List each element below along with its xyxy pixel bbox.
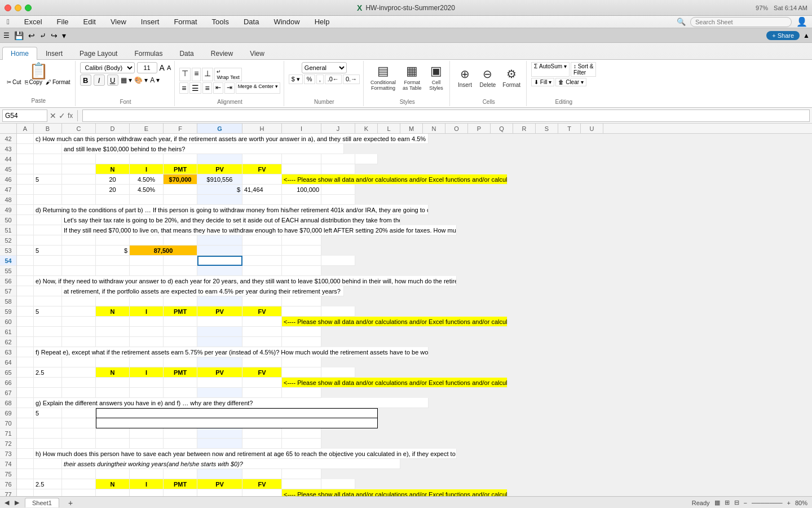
col-header-T[interactable]: T — [558, 124, 581, 133]
cell-B58[interactable] — [34, 296, 62, 306]
redo-btn[interactable]: ↪ — [50, 30, 59, 41]
col-header-O[interactable]: O — [445, 124, 468, 133]
cell-G58[interactable] — [197, 296, 242, 306]
cell-A72[interactable] — [17, 439, 34, 449]
cell-C45[interactable] — [62, 164, 96, 174]
cell-H77[interactable] — [242, 489, 282, 496]
cell-G71[interactable] — [197, 428, 242, 439]
col-header-F[interactable]: F — [164, 124, 197, 133]
cell-A56[interactable] — [17, 276, 34, 286]
menu-view[interactable]: View — [108, 16, 129, 27]
copy-btn[interactable]: ⎘ Copy — [25, 79, 42, 85]
cell-D72[interactable] — [96, 439, 130, 449]
cell-H72[interactable] — [242, 439, 282, 449]
menu-insert[interactable]: Insert — [139, 16, 162, 27]
cell-B47[interactable] — [34, 185, 62, 195]
cell-E75[interactable] — [130, 469, 164, 479]
menu-format[interactable]: Format — [171, 16, 199, 27]
zoom-slider[interactable]: ─────── — [752, 500, 783, 506]
undo-btn[interactable]: ↩ — [27, 30, 36, 41]
cell-E48[interactable] — [130, 195, 164, 205]
cancel-formula-btn[interactable]: ✕ — [50, 111, 56, 120]
cell-F48[interactable] — [164, 195, 197, 205]
cell-D76[interactable]: N — [96, 479, 130, 489]
cell-B76[interactable]: 2.5 — [34, 479, 62, 489]
cell-A59[interactable] — [17, 306, 34, 317]
search-sheet-input[interactable] — [690, 17, 792, 27]
cell-B73-merged[interactable]: h) How much does this person have to sav… — [34, 449, 457, 459]
font-size-up-btn[interactable]: A — [160, 63, 165, 72]
cell-E77[interactable] — [130, 489, 164, 496]
cell-C74-merged[interactable]: their assets during their working years … — [62, 459, 400, 469]
col-header-L[interactable]: L — [378, 124, 400, 133]
cell-E53-merged[interactable]: 87,500 — [130, 246, 197, 256]
cell-A49[interactable] — [17, 205, 34, 215]
cell-B48[interactable] — [34, 195, 62, 205]
increase-decimal-btn[interactable]: 0.→ — [343, 75, 360, 84]
cell-F54[interactable] — [164, 256, 197, 266]
close-button[interactable] — [5, 5, 11, 11]
cell-E54[interactable] — [130, 256, 164, 266]
cell-D45[interactable]: N — [96, 164, 130, 174]
cell-F59[interactable]: PMT — [164, 306, 197, 317]
increase-indent-btn[interactable]: ⇥ — [224, 82, 235, 94]
cell-E46[interactable]: 4.50% — [130, 174, 164, 185]
cell-F64[interactable] — [164, 357, 197, 367]
cell-A68[interactable] — [17, 398, 34, 408]
cell-G44[interactable] — [197, 154, 242, 164]
cell-E67[interactable] — [130, 388, 164, 398]
cell-I76[interactable] — [282, 479, 321, 489]
cell-H44[interactable] — [242, 154, 282, 164]
comma-btn[interactable]: , — [316, 75, 324, 84]
clear-btn[interactable]: 🗑 Clear ▾ — [555, 78, 586, 86]
cell-D77[interactable] — [96, 489, 130, 496]
cell-E52[interactable] — [130, 235, 164, 246]
col-header-K[interactable]: K — [355, 124, 378, 133]
cell-D47[interactable]: 20 — [96, 185, 130, 195]
cell-A46[interactable] — [17, 174, 34, 185]
cell-G67[interactable] — [197, 388, 242, 398]
cell-I58[interactable] — [282, 296, 321, 306]
cell-H54[interactable] — [242, 256, 282, 266]
cell-H65[interactable]: FV — [242, 367, 282, 378]
cell-A69[interactable] — [17, 408, 34, 418]
cell-E62[interactable] — [130, 337, 164, 347]
col-header-G[interactable]: G — [197, 124, 242, 133]
cell-G64[interactable] — [197, 357, 242, 367]
cell-B74[interactable] — [34, 459, 62, 469]
cell-C61[interactable] — [62, 327, 96, 337]
cell-E72[interactable] — [130, 439, 164, 449]
cell-C64[interactable] — [62, 357, 96, 367]
cell-B56-merged[interactable]: e) Now, if they need to withdraw your an… — [34, 276, 457, 286]
cell-F44[interactable] — [164, 154, 197, 164]
cell-J59[interactable] — [321, 306, 355, 317]
col-header-D[interactable]: D — [96, 124, 130, 133]
cell-A53[interactable] — [17, 246, 34, 256]
cell-D59[interactable]: N — [96, 306, 130, 317]
cell-K44[interactable] — [355, 154, 378, 164]
italic-btn[interactable]: I — [94, 75, 105, 86]
cell-E71[interactable] — [130, 428, 164, 439]
cell-H60[interactable] — [242, 317, 282, 327]
cell-H55[interactable] — [242, 266, 282, 276]
col-header-Q[interactable]: Q — [491, 124, 513, 133]
font-size-down-btn[interactable]: A — [167, 64, 171, 71]
fill-color-btn[interactable]: 🎨 ▾ — [134, 76, 148, 84]
cell-J65[interactable] — [321, 367, 355, 378]
cell-I48[interactable] — [282, 195, 321, 205]
cell-C70[interactable] — [62, 418, 96, 428]
cell-H46[interactable] — [242, 174, 282, 185]
underline-btn[interactable]: U — [107, 75, 118, 86]
cell-D75[interactable] — [96, 469, 130, 479]
cell-B60[interactable] — [34, 317, 62, 327]
cell-I64[interactable] — [282, 357, 321, 367]
cell-H45[interactable]: FV — [242, 164, 282, 174]
cell-E76[interactable]: I — [130, 479, 164, 489]
autosum-btn[interactable]: Σ AutoSum ▾ — [531, 62, 570, 77]
sheet-tab-sheet1[interactable]: Sheet1 — [25, 498, 59, 507]
cell-G55[interactable] — [197, 266, 242, 276]
cell-H52[interactable] — [242, 235, 282, 246]
cell-I54[interactable] — [282, 256, 321, 266]
cell-E44[interactable] — [130, 154, 164, 164]
cell-A43[interactable] — [17, 144, 34, 154]
